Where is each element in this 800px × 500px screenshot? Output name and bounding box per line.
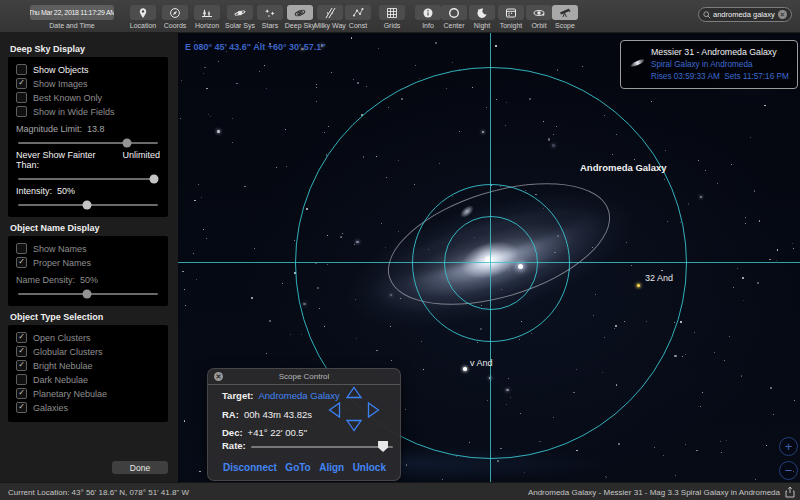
magnitude-limit-row: Magnitude Limit:13.8 bbox=[16, 124, 160, 134]
background-star bbox=[442, 479, 443, 480]
toolbar-button-grids[interactable]: Grids bbox=[377, 5, 407, 29]
checkbox-globular-clusters[interactable] bbox=[16, 346, 27, 357]
toolbar-button-scope[interactable]: Scope bbox=[550, 5, 580, 29]
background-star bbox=[759, 220, 761, 222]
object-info-box[interactable]: Messier 31 - Andromeda Galaxy Spiral Gal… bbox=[620, 40, 798, 89]
background-star bbox=[199, 471, 201, 473]
background-star bbox=[324, 132, 325, 133]
center-target-icon bbox=[448, 7, 460, 19]
checkbox-dark-nebulae[interactable] bbox=[16, 374, 27, 385]
checkbox-open-clusters[interactable] bbox=[16, 332, 27, 343]
background-star bbox=[184, 289, 185, 290]
background-star bbox=[714, 352, 715, 353]
search-input[interactable] bbox=[711, 10, 778, 19]
checkbox-show-objects[interactable] bbox=[16, 64, 27, 75]
search-box[interactable]: ✕ bbox=[698, 7, 792, 22]
date-time-button[interactable]: Thu Mar 22, 2018 11:17:29 AM Date and Ti… bbox=[30, 5, 114, 29]
background-star bbox=[316, 87, 317, 88]
target-row: Target:Andromeda Galaxy bbox=[222, 390, 340, 401]
scope-control-panel[interactable]: ✕ Scope Control Target:Andromeda Galaxy … bbox=[207, 368, 401, 481]
done-button[interactable]: Done bbox=[112, 461, 168, 474]
name-density-slider[interactable] bbox=[18, 293, 158, 295]
checkbox-bright-nebulae[interactable] bbox=[16, 360, 27, 371]
background-star bbox=[357, 82, 359, 84]
background-star bbox=[259, 71, 260, 72]
magnitude-limit-slider[interactable] bbox=[18, 142, 158, 144]
background-star bbox=[269, 320, 271, 322]
checkbox-show-in-wide-fields[interactable] bbox=[16, 106, 27, 117]
background-star bbox=[720, 441, 721, 442]
unlock-button[interactable]: Unlock bbox=[353, 462, 386, 473]
checkbox-show-images[interactable] bbox=[16, 78, 27, 89]
ra-row: RA:00h 43m 43.82s bbox=[222, 409, 312, 420]
background-star bbox=[378, 48, 379, 49]
cursor-coordinates: E 080° 45' 43.6" Alt +60° 30' 57.1" bbox=[185, 42, 326, 52]
background-star bbox=[745, 223, 746, 224]
section-title-deep-sky-display: Deep Sky Display bbox=[10, 44, 178, 54]
scope-control-title: Scope Control bbox=[208, 369, 400, 384]
background-star bbox=[185, 305, 186, 306]
rate-slider-thumb[interactable] bbox=[378, 441, 388, 452]
date-time-value[interactable]: Thu Mar 22, 2018 11:17:29 AM bbox=[30, 5, 114, 20]
background-star bbox=[282, 283, 283, 284]
checkbox-galaxies[interactable] bbox=[16, 402, 27, 413]
align-button[interactable]: Align bbox=[319, 462, 344, 473]
object-type-selection-panel: Open Clusters Globular Clusters Bright N… bbox=[8, 325, 168, 422]
background-star bbox=[754, 190, 756, 192]
slew-down-arrow[interactable] bbox=[345, 419, 363, 432]
deep-sky-settings-sidebar: Deep Sky Display Show Objects Show Image… bbox=[0, 32, 178, 482]
background-star bbox=[793, 248, 794, 249]
zoom-out-button[interactable]: − bbox=[779, 461, 798, 480]
background-star bbox=[685, 444, 686, 445]
background-star bbox=[576, 450, 578, 452]
slew-right-arrow[interactable] bbox=[367, 401, 380, 419]
rate-slider[interactable] bbox=[251, 446, 393, 448]
background-star bbox=[694, 332, 695, 333]
background-star bbox=[702, 392, 703, 393]
background-star bbox=[210, 116, 211, 117]
background-star bbox=[236, 83, 238, 85]
background-star bbox=[251, 297, 253, 299]
background-star bbox=[698, 160, 699, 161]
checkbox-planetary-nebulae[interactable] bbox=[16, 388, 27, 399]
checkbox-best-known-only[interactable] bbox=[16, 92, 27, 103]
background-star bbox=[198, 184, 199, 185]
slew-left-arrow[interactable] bbox=[328, 401, 341, 419]
share-icon[interactable] bbox=[785, 486, 795, 498]
background-star bbox=[776, 260, 777, 261]
background-star bbox=[264, 65, 265, 66]
slew-up-arrow[interactable] bbox=[345, 386, 363, 399]
background-star bbox=[217, 130, 219, 132]
fainter-slider[interactable] bbox=[18, 178, 158, 180]
dec-row: Dec:+41° 22' 00.5" bbox=[222, 427, 307, 438]
background-star bbox=[773, 414, 774, 415]
date-time-label: Date and Time bbox=[30, 22, 114, 29]
background-star bbox=[680, 321, 682, 323]
background-star bbox=[724, 360, 725, 361]
background-star bbox=[201, 197, 202, 198]
search-clear-icon[interactable]: ✕ bbox=[778, 10, 787, 19]
disconnect-button[interactable]: Disconnect bbox=[223, 462, 277, 473]
section-title-object-name-display: Object Name Display bbox=[10, 223, 178, 233]
selected-object-summary: Andromeda Galaxy - Messier 31 - Mag 3.3 … bbox=[528, 488, 780, 497]
star-v-and[interactable] bbox=[463, 367, 467, 371]
zoom-in-button[interactable]: + bbox=[779, 437, 798, 456]
background-star bbox=[366, 86, 367, 87]
section-title-object-type-selection: Object Type Selection bbox=[10, 312, 178, 322]
background-star bbox=[721, 452, 722, 453]
checkbox-proper-names[interactable] bbox=[16, 257, 27, 268]
close-icon[interactable]: ✕ bbox=[214, 372, 223, 381]
sky-view[interactable]: E 080° 45' 43.6" Alt +60° 30' 57.1" Andr… bbox=[178, 32, 800, 482]
star-32-and[interactable] bbox=[637, 284, 640, 287]
scope-control-titlebar[interactable]: ✕ Scope Control bbox=[208, 369, 400, 385]
object-subtitle: Spiral Galaxy in Andromeda bbox=[651, 59, 791, 71]
checkbox-show-names[interactable] bbox=[16, 243, 27, 254]
background-star bbox=[705, 170, 706, 171]
constellation-icon bbox=[352, 7, 364, 19]
goto-button[interactable]: GoTo bbox=[285, 462, 310, 473]
intensity-slider[interactable] bbox=[18, 204, 158, 206]
moon-icon bbox=[476, 7, 488, 19]
background-star bbox=[203, 73, 204, 74]
background-star bbox=[651, 101, 652, 102]
background-star bbox=[524, 472, 525, 473]
